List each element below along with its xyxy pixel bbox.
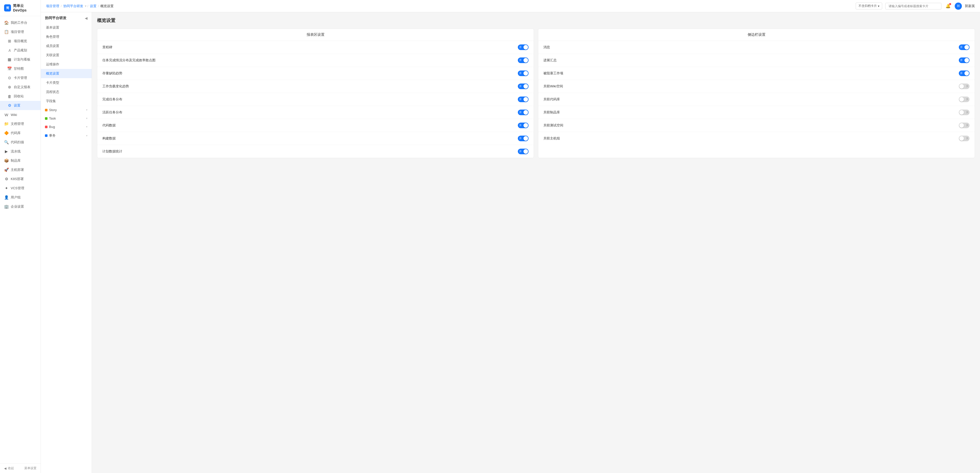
nav-item-code[interactable]: 🔶代码库	[0, 129, 41, 138]
sec-sidebar-title: 协同平台研发	[45, 16, 67, 21]
nav-icon-products: 📦	[4, 158, 9, 163]
sec-nav-group-item-task[interactable]: Task ▾	[41, 114, 92, 123]
nav-item-wiki[interactable]: WWiki	[0, 110, 41, 119]
toggle-sidebar-rows-5[interactable]: 关	[959, 110, 969, 115]
toggle-sidebar-rows-7[interactable]: 关	[959, 135, 969, 141]
nav-item-overview[interactable]: ⊞项目概览	[0, 37, 41, 46]
toggle-label-on: 开	[960, 72, 963, 75]
nav-items-list: 🏠我的工作台📋项目管理⊞项目概览𝐴产品规划▦计划与看板📅甘特图⊙卡片管理⊛自定义…	[0, 16, 41, 463]
nav-icon-settings: ⚙	[7, 103, 12, 108]
nav-item-k8s[interactable]: ⚙K8S部署	[0, 174, 41, 184]
nav-item-vcs[interactable]: ✦VCS管理	[0, 184, 41, 193]
nav-item-products[interactable]: 📦制品库	[0, 156, 41, 165]
sec-nav-item-field_set[interactable]: 字段集	[41, 97, 92, 106]
setting-row-report-rows-3: 工作负载变化趋势 开	[97, 80, 534, 93]
sidebar-collapse-button[interactable]: ◀	[85, 16, 88, 20]
toggle-report-rows-2[interactable]: 开	[518, 70, 528, 76]
toggle-sidebar-rows-1[interactable]: 开	[959, 57, 969, 63]
toggle-label-off: 关	[966, 137, 969, 140]
nav-item-gantt[interactable]: 📅甘特图	[0, 64, 41, 73]
toggle-sidebar-rows-3[interactable]: 关	[959, 83, 969, 89]
nav-item-docs[interactable]: 📁文档管理	[0, 119, 41, 129]
nav-item-pipeline[interactable]: ▶流水线	[0, 147, 41, 156]
nav-label-host: 主机部署	[11, 167, 24, 172]
toggle-report-rows-3[interactable]: 开	[518, 83, 528, 89]
user-name: 郭新英	[965, 4, 975, 8]
setting-row-report-rows-5: 活跃任务分布 开	[97, 106, 534, 119]
toggle-sidebar-rows-6[interactable]: 关	[959, 123, 969, 128]
setting-row-report-rows-8: 计划数据统计 开	[97, 145, 534, 158]
setting-label-report-rows-6: 代码数据	[102, 123, 116, 128]
type-color-bug	[45, 126, 48, 128]
breadcrumb-item-1[interactable]: 协同平台研发	[63, 4, 83, 8]
sec-nav-item-basic[interactable]: 基本设置	[41, 23, 92, 32]
sec-nav-item-role[interactable]: 角色管理	[41, 32, 92, 41]
nav-item-codescan[interactable]: 🔍代码扫描	[0, 138, 41, 147]
left-navigation: 简 简单云DevOps 🏠我的工作台📋项目管理⊞项目概览𝐴产品规划▦计划与看板📅…	[0, 0, 41, 473]
nav-label-kanban: 计划与看板	[14, 57, 30, 62]
sec-nav-item-ops[interactable]: 运维操作	[41, 60, 92, 69]
header-right: 不含归档卡片 ▾ 🔔 郭 郭新英	[856, 3, 975, 10]
toggle-knob-sidebar-rows-4	[959, 97, 964, 102]
sec-nav-group-item-story[interactable]: Story ▾	[41, 106, 92, 114]
nav-item-settings[interactable]: ⚙设置	[0, 101, 41, 110]
toggle-sidebar-rows-0[interactable]: 开	[959, 45, 969, 50]
toggle-report-rows-5[interactable]: 开	[518, 110, 528, 115]
sec-nav-item-overview_settings[interactable]: 概览设置	[41, 69, 92, 78]
nav-label-products: 制品库	[11, 158, 21, 163]
nav-item-host[interactable]: 🚀主机部署	[0, 165, 41, 174]
nav-item-product[interactable]: 𝐴产品规划	[0, 46, 41, 55]
toggle-report-rows-7[interactable]: 开	[518, 135, 528, 141]
toggle-report-rows-4[interactable]: 开	[518, 97, 528, 102]
nav-item-report[interactable]: ⊛自定义报表	[0, 83, 41, 92]
sec-nav-item-link[interactable]: 关联设置	[41, 51, 92, 60]
setting-row-report-rows-0: 里程碑 开	[97, 41, 534, 54]
setting-row-report-rows-6: 代码数据 开	[97, 119, 534, 132]
filter-chevron-icon: ▾	[878, 4, 880, 8]
sec-nav-group-item-affairs[interactable]: 事务 ▾	[41, 131, 92, 140]
toggle-label-on: 开	[519, 84, 522, 88]
report-rows: 里程碑 开 任务完成情况分布及完成效率散点图 开 存量缺陷趋势 开 工作负载变化…	[97, 41, 534, 158]
toggle-sidebar-rows-4[interactable]: 关	[959, 97, 969, 102]
toggle-report-rows-6[interactable]: 开	[518, 123, 528, 128]
nav-label-usergroup: 用户组	[11, 195, 21, 200]
nav-item-usergroup[interactable]: 👤用户组	[0, 193, 41, 202]
nav-label-workspace: 我的工作台	[11, 21, 27, 25]
setting-row-sidebar-rows-2: 被阻塞工作项 开	[538, 67, 975, 80]
nav-item-kanban[interactable]: ▦计划与看板	[0, 55, 41, 64]
toggle-knob-report-rows-3	[523, 84, 528, 89]
toggle-knob-report-rows-1	[523, 58, 528, 62]
nav-label-docs: 文档管理	[11, 121, 24, 126]
sec-nav-item-flow_status[interactable]: 流程状态	[41, 88, 92, 97]
toggle-knob-report-rows-8	[523, 149, 528, 154]
nav-item-card[interactable]: ⊙卡片管理	[0, 73, 41, 83]
nav-footer[interactable]: ◀ 收起 菜单设置	[0, 463, 41, 473]
notification-bell[interactable]: 🔔	[945, 3, 951, 10]
breadcrumb-item-2[interactable]: 设置	[90, 4, 97, 8]
nav-item-trash[interactable]: 🗑回收站	[0, 92, 41, 101]
toggle-report-rows-8[interactable]: 开	[518, 149, 528, 154]
sec-nav-items: 基本设置角色管理成员设置关联设置运维操作概览设置卡片类型流程状态字段集 Stor…	[41, 23, 92, 140]
logo-area: 简 简单云DevOps	[0, 0, 41, 16]
sec-nav-item-member[interactable]: 成员设置	[41, 41, 92, 51]
setting-row-report-rows-2: 存量缺陷趋势 开	[97, 67, 534, 80]
toggle-report-rows-1[interactable]: 开	[518, 57, 528, 63]
toggle-report-rows-0[interactable]: 开	[518, 45, 528, 50]
nav-item-project[interactable]: 📋项目管理	[0, 27, 41, 37]
setting-row-sidebar-rows-3: 关联Wiki空间 关	[538, 80, 975, 93]
top-header: 项目管理 / 协同平台研发 ▾ / 设置 / 概览设置 不含归档卡片 ▾ 🔔 郭…	[41, 0, 980, 12]
card-search-input[interactable]	[885, 3, 942, 10]
group-item-label-task: Task	[49, 116, 56, 120]
toggle-knob-report-rows-4	[523, 97, 528, 102]
group-item-chevron-story: ▾	[86, 108, 88, 111]
toggle-label-on: 开	[960, 45, 963, 49]
toggle-sidebar-rows-2[interactable]: 开	[959, 70, 969, 76]
archive-filter[interactable]: 不含归档卡片 ▾	[856, 3, 882, 10]
sidebar-rows: 消息 开 进展汇总 开 被阻塞工作项 开 关联Wiki空间 关 关联代码库 关 …	[538, 41, 975, 145]
sec-nav-group-item-bug[interactable]: Bug ▾	[41, 123, 92, 131]
nav-item-enterprise[interactable]: 🏢企业设置	[0, 202, 41, 211]
sec-nav-item-card_type[interactable]: 卡片类型	[41, 78, 92, 88]
nav-icon-report: ⊛	[7, 85, 12, 89]
breadcrumb-item-0[interactable]: 项目管理	[46, 4, 59, 8]
nav-item-workspace[interactable]: 🏠我的工作台	[0, 18, 41, 27]
